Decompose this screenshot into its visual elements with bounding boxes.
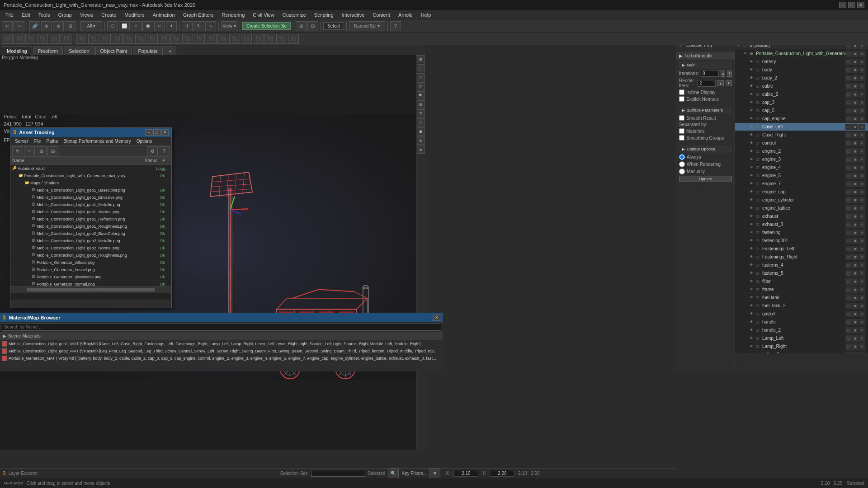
se-col-icon[interactable]: ◼ bbox=[852, 124, 859, 130]
menu-rendering[interactable]: Rendering bbox=[218, 11, 249, 19]
at-tree-row[interactable]: 📁Portable_Construction_Light_with_Genera… bbox=[10, 172, 171, 179]
se-col-icon[interactable]: ⊕ bbox=[859, 254, 865, 260]
se-eye-icon[interactable]: 👁 bbox=[750, 344, 756, 348]
mod-btn15[interactable]: ⬛ bbox=[170, 34, 181, 44]
se-col-icon[interactable]: ◻ bbox=[845, 246, 852, 252]
tab-freeform[interactable]: Freeform bbox=[33, 47, 63, 55]
se-eye-icon[interactable]: 👁 bbox=[750, 133, 756, 137]
redo-button[interactable]: ↪ bbox=[14, 21, 24, 31]
se-tree-row[interactable]: 👁◻gasket◻◼⊕ bbox=[735, 310, 868, 318]
vp-side-btn2[interactable]: ⊞ bbox=[417, 55, 425, 63]
close-button[interactable]: ✕ bbox=[857, 2, 864, 8]
se-col-icon[interactable]: ⊕ bbox=[859, 270, 865, 277]
se-tree-row[interactable]: 👁◻cap_5◻◼⊕ bbox=[735, 107, 868, 115]
at-list-btn[interactable]: ≡ bbox=[24, 146, 35, 156]
at-maximize[interactable]: □ bbox=[153, 129, 160, 136]
se-col-icon[interactable]: ◻ bbox=[845, 51, 852, 57]
se-col-icon[interactable]: ◻ bbox=[845, 270, 852, 277]
at-tree-row[interactable]: 🖼Mobile_Constraction_Light_geo1_Emissive… bbox=[10, 194, 171, 201]
se-col-icon[interactable]: ◼ bbox=[852, 75, 859, 81]
se-col-icon[interactable]: ⊕ bbox=[859, 156, 865, 163]
tab-populate[interactable]: Populate bbox=[133, 47, 162, 55]
subobj-btn4[interactable]: ⬛ bbox=[37, 34, 48, 44]
se-col-icon[interactable]: ◼ bbox=[852, 221, 859, 228]
vp-side-btn9[interactable]: ⬡ bbox=[417, 118, 425, 127]
se-eye-icon[interactable]: 👁 bbox=[750, 84, 756, 88]
mb-material-row[interactable]: Portable_Generator_MAT ( VRayMtl ) [batt… bbox=[0, 355, 443, 362]
se-tree-row[interactable]: 👁◻handle_2◻◼⊕ bbox=[735, 326, 868, 334]
scale-button[interactable]: ⤡ bbox=[205, 21, 216, 31]
se-col-icon[interactable]: ◼ bbox=[852, 173, 859, 179]
subobj-btn3[interactable]: ⬛ bbox=[25, 34, 36, 44]
render-iters-down[interactable]: ▼ bbox=[726, 80, 732, 86]
mod-btn24[interactable]: ⬛ bbox=[276, 34, 287, 44]
se-tree-row[interactable]: 👁◻cap_engine◻◼⊕ bbox=[735, 115, 868, 123]
mod-btn10[interactable]: ⬛ bbox=[112, 34, 123, 44]
iterations-up[interactable]: ▲ bbox=[721, 70, 726, 77]
link-button[interactable]: 🔗 bbox=[29, 21, 40, 31]
se-eye-icon[interactable]: 👁 bbox=[750, 230, 756, 235]
se-col-icon[interactable]: ⊕ bbox=[859, 352, 865, 354]
se-eye-icon[interactable]: 👁 bbox=[750, 76, 756, 80]
ts-main-header[interactable]: ▶ Main bbox=[679, 61, 732, 69]
se-col-icon[interactable]: ⊕ bbox=[859, 181, 865, 187]
vp-side-btn11[interactable]: ⊕ bbox=[417, 136, 425, 145]
se-col-icon[interactable]: ⊕ bbox=[859, 335, 865, 342]
move-button[interactable]: ✛ bbox=[182, 21, 193, 31]
se-eye-icon[interactable]: 👁 bbox=[750, 263, 756, 267]
vp-side-btn8[interactable]: ⧉ bbox=[417, 109, 425, 117]
se-col-icon[interactable]: ◼ bbox=[852, 213, 859, 220]
vp-side-btn10[interactable]: ⬢ bbox=[417, 127, 425, 136]
se-col-icon[interactable]: ◼ bbox=[852, 205, 859, 211]
select-fence-button[interactable]: ⬟ bbox=[142, 21, 153, 31]
se-col-icon[interactable]: ◼ bbox=[852, 270, 859, 277]
se-col-icon[interactable]: ◻ bbox=[845, 303, 852, 309]
at-tree-row[interactable]: 🖼Portable_Generator_diffuse.pngOk bbox=[10, 259, 171, 266]
at-refresh-btn[interactable]: ↻ bbox=[12, 146, 23, 156]
se-col-icon[interactable]: ⊕ bbox=[859, 343, 865, 350]
se-col-icon[interactable]: ⊕ bbox=[859, 213, 865, 220]
se-col-icon[interactable]: ◼ bbox=[852, 156, 859, 163]
smooth-result-checkbox[interactable] bbox=[679, 115, 684, 121]
se-eye-icon[interactable]: 👁 bbox=[750, 328, 756, 332]
menu-animation[interactable]: Animation bbox=[149, 11, 179, 19]
se-tree-row[interactable]: 👁◻fasterns_4◻◼⊕ bbox=[735, 261, 868, 269]
update-button[interactable]: Update bbox=[679, 176, 732, 182]
subobj-btn6[interactable]: ⬛ bbox=[61, 34, 71, 44]
se-col-icon[interactable]: ◻ bbox=[845, 189, 852, 195]
bind-button[interactable]: ⊗ bbox=[53, 21, 64, 31]
materials-checkbox[interactable] bbox=[679, 128, 684, 134]
se-tree-row[interactable]: 👁◻control◻◼⊕ bbox=[735, 139, 868, 147]
mod-btn23[interactable]: ⬛ bbox=[264, 34, 275, 44]
se-tree-row[interactable]: 👁◻engine_cylinder◻◼⊕ bbox=[735, 196, 868, 204]
se-eye-icon[interactable]: 👁 bbox=[750, 108, 756, 113]
se-eye-icon[interactable]: 👁 bbox=[750, 304, 756, 308]
ts-update-header[interactable]: ▶ Update Options bbox=[679, 145, 732, 153]
se-eye-icon[interactable]: 👁 bbox=[750, 165, 756, 169]
se-col-icon[interactable]: ◼ bbox=[852, 327, 859, 333]
named-sel-dropdown[interactable]: Named Sel ▾ bbox=[349, 21, 385, 31]
se-eye-icon[interactable]: 👁 bbox=[750, 255, 756, 259]
se-col-icon[interactable]: ⊕ bbox=[859, 67, 865, 73]
se-tree-row[interactable]: 👁◻engine_7◻◼⊕ bbox=[735, 180, 868, 188]
se-col-icon[interactable]: ⊕ bbox=[859, 189, 865, 195]
se-eye-icon[interactable]: 👁 bbox=[750, 68, 756, 72]
se-col-icon[interactable]: ◻ bbox=[845, 335, 852, 342]
se-col-icon[interactable]: ⊕ bbox=[859, 286, 865, 293]
maximize-button[interactable]: □ bbox=[848, 2, 855, 8]
menu-scripting[interactable]: Scripting bbox=[311, 11, 337, 19]
vp-side-btn3[interactable]: ⬚ bbox=[417, 64, 425, 72]
mod-btn13[interactable]: ⬛ bbox=[147, 34, 158, 44]
se-col-icon[interactable]: ⊕ bbox=[859, 295, 865, 301]
unlink-button[interactable]: ⊕ bbox=[41, 21, 52, 31]
se-tree-row[interactable]: 👁◻Lamp_Right◻◼⊕ bbox=[735, 343, 868, 351]
menu-content[interactable]: Content bbox=[369, 11, 394, 19]
se-col-icon[interactable]: ◻ bbox=[845, 238, 852, 244]
se-tree-row[interactable]: 👁◻fastening001◻◼⊕ bbox=[735, 237, 868, 245]
se-col-icon[interactable]: ⊕ bbox=[859, 173, 865, 179]
se-col-icon[interactable]: ◼ bbox=[852, 91, 859, 98]
se-col-icon[interactable]: ⊕ bbox=[859, 164, 865, 171]
ts-section-header[interactable]: ▶ TurboSmooth bbox=[676, 52, 735, 60]
se-col-icon[interactable]: ◼ bbox=[852, 132, 859, 138]
ref-coord-dropdown[interactable]: View ▾ bbox=[221, 21, 237, 31]
